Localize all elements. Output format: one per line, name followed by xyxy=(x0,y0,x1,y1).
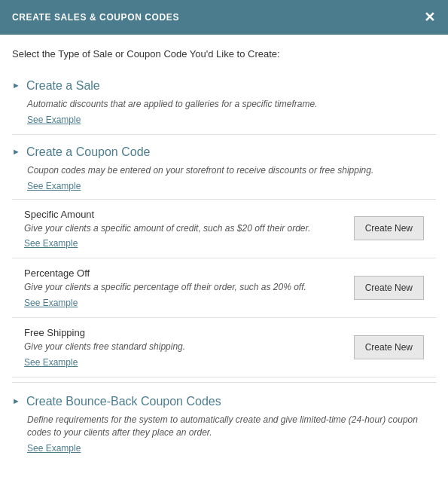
specific-amount-desc: Give your clients a specific amount of c… xyxy=(24,222,342,235)
select-prompt: Select the Type of Sale or Coupon Code Y… xyxy=(12,48,436,60)
free-shipping-desc: Give your clients free standard shipping… xyxy=(24,341,342,353)
divider-2 xyxy=(12,382,436,383)
section-header-coupon: ► Create a Coupon Code xyxy=(12,139,436,162)
sub-item-percentage-off: Percentage Off Give your clients a speci… xyxy=(12,258,436,317)
create-new-specific-amount-button[interactable]: Create New xyxy=(354,216,424,240)
section-bounce-back: ► Create Bounce-Back Coupon Codes Define… xyxy=(12,389,436,458)
section-create-coupon: ► Create a Coupon Code Coupon codes may … xyxy=(12,139,436,377)
section-title-coupon: Create a Coupon Code xyxy=(26,145,151,159)
chevron-coupon-icon: ► xyxy=(12,147,20,156)
close-icon[interactable]: ✕ xyxy=(424,11,436,24)
see-example-percentage-off[interactable]: See Example xyxy=(24,298,78,308)
specific-amount-title: Specific Amount xyxy=(24,209,342,220)
coupon-sub-items: Specific Amount Give your clients a spec… xyxy=(12,199,436,377)
free-shipping-title: Free Shipping xyxy=(24,327,342,338)
sub-item-specific-amount-left: Specific Amount Give your clients a spec… xyxy=(24,209,354,249)
see-example-coupon[interactable]: See Example xyxy=(27,181,81,191)
section-header-sale: ► Create a Sale xyxy=(12,73,436,96)
see-example-bounce-back[interactable]: See Example xyxy=(27,443,81,454)
divider-1 xyxy=(12,134,436,135)
sub-item-free-shipping-left: Free Shipping Give your clients free sta… xyxy=(24,327,354,368)
percentage-off-title: Percentage Off xyxy=(24,267,342,279)
percentage-off-desc: Give your clients a specific percentage … xyxy=(24,281,342,294)
section-desc-sale: Automatic discounts that are applied to … xyxy=(27,98,436,111)
section-header-bounce-back: ► Create Bounce-Back Coupon Codes xyxy=(12,389,436,411)
section-title-sale: Create a Sale xyxy=(26,79,100,93)
header-title: CREATE SALES & COUPON CODES xyxy=(12,12,179,23)
modal-body: Select the Type of Sale or Coupon Code Y… xyxy=(0,35,448,473)
section-desc-coupon: Coupon codes may be entered on your stor… xyxy=(27,164,436,177)
sub-item-percentage-off-left: Percentage Off Give your clients a speci… xyxy=(24,267,354,308)
section-create-a-sale: ► Create a Sale Automatic discounts that… xyxy=(12,73,436,130)
sub-item-free-shipping: Free Shipping Give your clients free sta… xyxy=(12,317,436,377)
see-example-specific-amount[interactable]: See Example xyxy=(24,238,78,249)
create-new-percentage-off-button[interactable]: Create New xyxy=(354,276,424,300)
see-example-free-shipping[interactable]: See Example xyxy=(24,357,78,368)
modal-header: CREATE SALES & COUPON CODES ✕ xyxy=(0,0,448,35)
section-title-bounce-back: Create Bounce-Back Coupon Codes xyxy=(26,395,221,408)
sub-item-specific-amount: Specific Amount Give your clients a spec… xyxy=(12,199,436,258)
section-desc-bounce-back: Define requirements for the system to au… xyxy=(27,414,436,439)
create-new-free-shipping-button[interactable]: Create New xyxy=(354,335,424,359)
see-example-sale[interactable]: See Example xyxy=(27,115,81,125)
chevron-bounce-back-icon: ► xyxy=(12,396,20,405)
chevron-sale-icon: ► xyxy=(12,81,20,90)
